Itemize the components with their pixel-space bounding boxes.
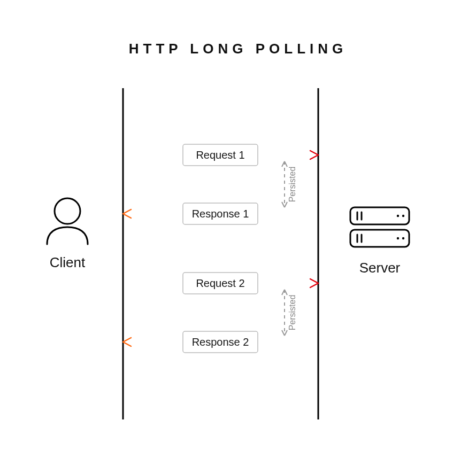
- svg-point-4: [397, 215, 399, 217]
- svg-rect-1: [350, 207, 409, 224]
- svg-point-0: [55, 198, 80, 224]
- persisted-label-1: Persisted: [288, 167, 297, 203]
- svg-point-10: [402, 237, 404, 239]
- persisted-label-2: Persisted: [288, 295, 297, 331]
- client-icon: [47, 198, 88, 244]
- server-label: Server: [359, 260, 401, 276]
- msg-label-request-1: Request 1: [196, 149, 244, 161]
- client-label: Client: [50, 254, 86, 270]
- svg-point-5: [402, 215, 404, 217]
- svg-rect-6: [350, 230, 409, 247]
- persisted-indicator-2: Persisted: [282, 290, 297, 336]
- msg-label-response-2: Response 2: [192, 336, 249, 348]
- msg-label-request-2: Request 2: [196, 277, 244, 289]
- server-icon: [350, 207, 409, 247]
- msg-label-response-1: Response 1: [192, 208, 249, 220]
- svg-point-9: [397, 237, 399, 239]
- diagram-title: HTTP LONG POLLING: [129, 41, 348, 57]
- persisted-indicator-1: Persisted: [282, 161, 297, 207]
